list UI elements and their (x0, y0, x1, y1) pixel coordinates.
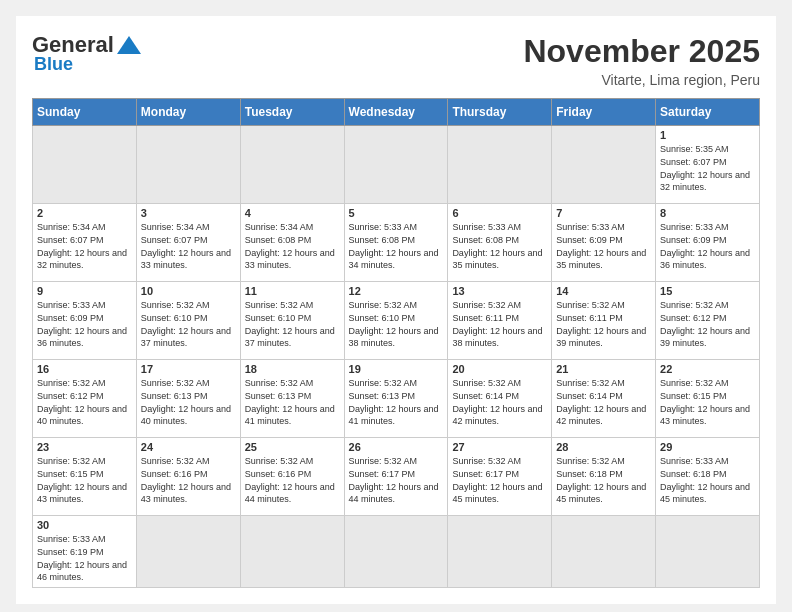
calendar-header-row: SundayMondayTuesdayWednesdayThursdayFrid… (33, 99, 760, 126)
day-number: 6 (452, 207, 547, 219)
day-info: Sunrise: 5:32 AMSunset: 6:13 PMDaylight:… (245, 377, 340, 427)
day-info: Sunrise: 5:32 AMSunset: 6:16 PMDaylight:… (141, 455, 236, 505)
calendar-week-1: 1Sunrise: 5:35 AMSunset: 6:07 PMDaylight… (33, 126, 760, 204)
day-number: 18 (245, 363, 340, 375)
day-info: Sunrise: 5:33 AMSunset: 6:09 PMDaylight:… (556, 221, 651, 271)
calendar-cell (656, 516, 760, 587)
calendar-week-3: 9Sunrise: 5:33 AMSunset: 6:09 PMDaylight… (33, 282, 760, 360)
calendar-cell: 11Sunrise: 5:32 AMSunset: 6:10 PMDayligh… (240, 282, 344, 360)
day-number: 10 (141, 285, 236, 297)
calendar-cell (240, 126, 344, 204)
day-number: 19 (349, 363, 444, 375)
day-number: 20 (452, 363, 547, 375)
day-number: 11 (245, 285, 340, 297)
calendar-cell: 25Sunrise: 5:32 AMSunset: 6:16 PMDayligh… (240, 438, 344, 516)
day-number: 24 (141, 441, 236, 453)
day-number: 26 (349, 441, 444, 453)
day-info: Sunrise: 5:33 AMSunset: 6:09 PMDaylight:… (660, 221, 755, 271)
calendar-cell: 14Sunrise: 5:32 AMSunset: 6:11 PMDayligh… (552, 282, 656, 360)
logo-blue-text: Blue (34, 54, 73, 75)
calendar-cell: 22Sunrise: 5:32 AMSunset: 6:15 PMDayligh… (656, 360, 760, 438)
calendar-cell (552, 126, 656, 204)
calendar-cell: 7Sunrise: 5:33 AMSunset: 6:09 PMDaylight… (552, 204, 656, 282)
calendar-cell (240, 516, 344, 587)
calendar-cell: 1Sunrise: 5:35 AMSunset: 6:07 PMDaylight… (656, 126, 760, 204)
day-info: Sunrise: 5:32 AMSunset: 6:18 PMDaylight:… (556, 455, 651, 505)
day-info: Sunrise: 5:33 AMSunset: 6:08 PMDaylight:… (452, 221, 547, 271)
header: General Blue November 2025 Vitarte, Lima… (32, 32, 760, 88)
day-number: 23 (37, 441, 132, 453)
calendar-header-friday: Friday (552, 99, 656, 126)
calendar-cell: 5Sunrise: 5:33 AMSunset: 6:08 PMDaylight… (344, 204, 448, 282)
calendar-cell: 29Sunrise: 5:33 AMSunset: 6:18 PMDayligh… (656, 438, 760, 516)
day-number: 30 (37, 519, 132, 531)
day-number: 14 (556, 285, 651, 297)
calendar-cell: 16Sunrise: 5:32 AMSunset: 6:12 PMDayligh… (33, 360, 137, 438)
day-number: 25 (245, 441, 340, 453)
calendar-week-5: 23Sunrise: 5:32 AMSunset: 6:15 PMDayligh… (33, 438, 760, 516)
calendar-cell (344, 126, 448, 204)
day-info: Sunrise: 5:32 AMSunset: 6:11 PMDaylight:… (556, 299, 651, 349)
day-info: Sunrise: 5:32 AMSunset: 6:16 PMDaylight:… (245, 455, 340, 505)
calendar-cell: 30Sunrise: 5:33 AMSunset: 6:19 PMDayligh… (33, 516, 137, 587)
calendar-header-tuesday: Tuesday (240, 99, 344, 126)
calendar-cell: 26Sunrise: 5:32 AMSunset: 6:17 PMDayligh… (344, 438, 448, 516)
day-number: 7 (556, 207, 651, 219)
day-info: Sunrise: 5:34 AMSunset: 6:08 PMDaylight:… (245, 221, 340, 271)
day-info: Sunrise: 5:33 AMSunset: 6:09 PMDaylight:… (37, 299, 132, 349)
day-info: Sunrise: 5:33 AMSunset: 6:19 PMDaylight:… (37, 533, 132, 583)
day-info: Sunrise: 5:32 AMSunset: 6:13 PMDaylight:… (349, 377, 444, 427)
day-number: 4 (245, 207, 340, 219)
calendar-cell: 9Sunrise: 5:33 AMSunset: 6:09 PMDaylight… (33, 282, 137, 360)
day-number: 17 (141, 363, 236, 375)
calendar-cell: 20Sunrise: 5:32 AMSunset: 6:14 PMDayligh… (448, 360, 552, 438)
calendar-cell: 4Sunrise: 5:34 AMSunset: 6:08 PMDaylight… (240, 204, 344, 282)
day-number: 22 (660, 363, 755, 375)
calendar-header-sunday: Sunday (33, 99, 137, 126)
day-number: 16 (37, 363, 132, 375)
day-number: 1 (660, 129, 755, 141)
day-number: 15 (660, 285, 755, 297)
day-info: Sunrise: 5:35 AMSunset: 6:07 PMDaylight:… (660, 143, 755, 193)
day-number: 29 (660, 441, 755, 453)
day-info: Sunrise: 5:32 AMSunset: 6:13 PMDaylight:… (141, 377, 236, 427)
day-number: 8 (660, 207, 755, 219)
day-number: 27 (452, 441, 547, 453)
day-info: Sunrise: 5:34 AMSunset: 6:07 PMDaylight:… (141, 221, 236, 271)
calendar-cell (344, 516, 448, 587)
title-area: November 2025 Vitarte, Lima region, Peru (523, 32, 760, 88)
day-info: Sunrise: 5:32 AMSunset: 6:11 PMDaylight:… (452, 299, 547, 349)
calendar-cell: 8Sunrise: 5:33 AMSunset: 6:09 PMDaylight… (656, 204, 760, 282)
calendar-table: SundayMondayTuesdayWednesdayThursdayFrid… (32, 98, 760, 587)
calendar-week-4: 16Sunrise: 5:32 AMSunset: 6:12 PMDayligh… (33, 360, 760, 438)
calendar-cell (448, 126, 552, 204)
day-number: 9 (37, 285, 132, 297)
calendar-cell: 18Sunrise: 5:32 AMSunset: 6:13 PMDayligh… (240, 360, 344, 438)
calendar-cell (136, 126, 240, 204)
day-info: Sunrise: 5:32 AMSunset: 6:10 PMDaylight:… (141, 299, 236, 349)
calendar-cell: 6Sunrise: 5:33 AMSunset: 6:08 PMDaylight… (448, 204, 552, 282)
calendar-cell: 28Sunrise: 5:32 AMSunset: 6:18 PMDayligh… (552, 438, 656, 516)
calendar-cell: 17Sunrise: 5:32 AMSunset: 6:13 PMDayligh… (136, 360, 240, 438)
day-info: Sunrise: 5:33 AMSunset: 6:08 PMDaylight:… (349, 221, 444, 271)
calendar-cell (136, 516, 240, 587)
day-number: 13 (452, 285, 547, 297)
calendar-cell: 13Sunrise: 5:32 AMSunset: 6:11 PMDayligh… (448, 282, 552, 360)
calendar-header-monday: Monday (136, 99, 240, 126)
day-info: Sunrise: 5:32 AMSunset: 6:10 PMDaylight:… (349, 299, 444, 349)
calendar-cell: 10Sunrise: 5:32 AMSunset: 6:10 PMDayligh… (136, 282, 240, 360)
calendar-cell (33, 126, 137, 204)
day-info: Sunrise: 5:32 AMSunset: 6:17 PMDaylight:… (452, 455, 547, 505)
day-info: Sunrise: 5:33 AMSunset: 6:18 PMDaylight:… (660, 455, 755, 505)
day-info: Sunrise: 5:32 AMSunset: 6:15 PMDaylight:… (37, 455, 132, 505)
day-info: Sunrise: 5:32 AMSunset: 6:15 PMDaylight:… (660, 377, 755, 427)
calendar-cell: 21Sunrise: 5:32 AMSunset: 6:14 PMDayligh… (552, 360, 656, 438)
calendar-cell: 24Sunrise: 5:32 AMSunset: 6:16 PMDayligh… (136, 438, 240, 516)
calendar-cell: 27Sunrise: 5:32 AMSunset: 6:17 PMDayligh… (448, 438, 552, 516)
calendar-header-wednesday: Wednesday (344, 99, 448, 126)
calendar-page: General Blue November 2025 Vitarte, Lima… (16, 16, 776, 604)
calendar-cell: 12Sunrise: 5:32 AMSunset: 6:10 PMDayligh… (344, 282, 448, 360)
calendar-week-6: 30Sunrise: 5:33 AMSunset: 6:19 PMDayligh… (33, 516, 760, 587)
calendar-week-2: 2Sunrise: 5:34 AMSunset: 6:07 PMDaylight… (33, 204, 760, 282)
calendar-cell: 23Sunrise: 5:32 AMSunset: 6:15 PMDayligh… (33, 438, 137, 516)
